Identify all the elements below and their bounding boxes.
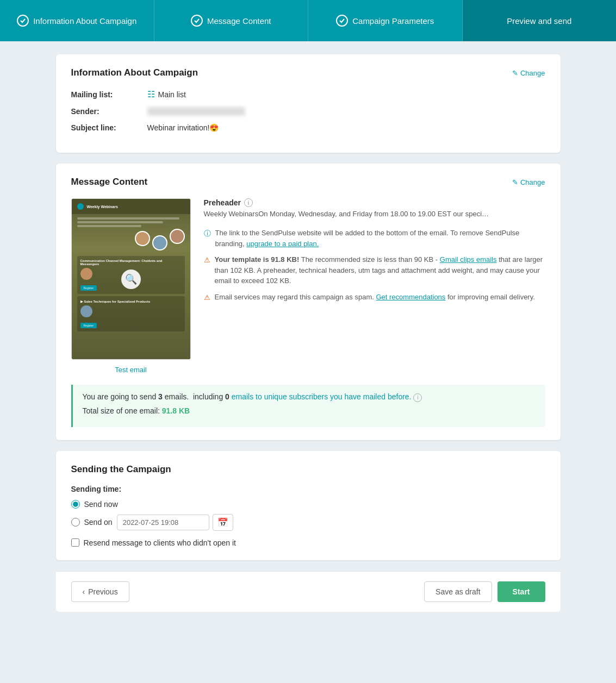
sending-title: Sending the Campaign <box>71 464 545 475</box>
warn-circle-icon-2: ⚠ <box>204 292 210 303</box>
fake-avatar-3 <box>170 229 185 244</box>
send-on-radio[interactable] <box>71 518 80 527</box>
alert-branding-text: The link to the SendPulse website will b… <box>215 228 545 249</box>
stats-size-value: 91.8 KB <box>162 406 190 415</box>
mailing-list-label: Mailing list: <box>71 90 147 99</box>
previous-button[interactable]: ‹ Previous <box>71 581 129 602</box>
pencil-icon-msg: ✎ <box>512 178 518 186</box>
send-now-row: Send now <box>71 500 545 509</box>
sender-blurred <box>147 107 245 116</box>
pencil-icon: ✎ <box>512 69 518 77</box>
fake-person-2 <box>80 305 182 317</box>
subject-value: Webinar invitation!😍 <box>147 123 219 132</box>
sending-campaign-card: Sending the Campaign Sending time: Send … <box>56 451 561 560</box>
list-icon: ☷ <box>147 89 155 99</box>
stats-info-icon[interactable]: i <box>413 393 422 402</box>
send-count: 3 <box>158 392 163 401</box>
nav-step-preview[interactable]: Preview and send <box>463 0 617 41</box>
include-count: 0 <box>225 392 229 401</box>
send-on-row: Send on 📅 <box>71 514 545 531</box>
footer-bar: ‹ Previous Save as draft Start <box>56 571 561 612</box>
alert-spam: ⚠ Email services may regard this campaig… <box>204 292 545 303</box>
message-content-body: Weekly Webinars Co <box>71 198 545 374</box>
resend-label[interactable]: Resend message to clients who didn't ope… <box>84 538 237 547</box>
preheader-info-icon[interactable]: i <box>244 198 253 207</box>
preheader-label-row: Preheader i <box>204 198 545 207</box>
send-now-radio[interactable] <box>71 500 80 509</box>
schedule-date-input[interactable] <box>117 515 209 530</box>
chevron-left-icon: ‹ <box>83 587 85 596</box>
test-email-link[interactable]: Test email <box>115 366 147 374</box>
fake-block-1 <box>72 214 190 232</box>
stats-size-line: Total size of one email: 91.8 KB <box>83 406 536 415</box>
message-details: Preheader i Weekly WebinarsOn Monday, We… <box>204 198 545 308</box>
main-content: Information About Campaign ✎ Change Mail… <box>47 54 569 612</box>
sender-value <box>147 107 245 116</box>
warn-circle-icon-1: ⚠ <box>204 255 210 286</box>
email-preview-container: Weekly Webinars Co <box>71 198 191 374</box>
nav-step-info-label: Information About Campaign <box>33 16 136 26</box>
sender-row: Sender: <box>71 107 545 116</box>
message-card-header: Message Content ✎ Change <box>71 177 545 187</box>
preheader-text: Weekly WebinarsOn Monday, Wednesday, and… <box>204 209 545 219</box>
message-content-card: Message Content ✎ Change Weekly Webinars <box>56 164 561 440</box>
alert-spam-text: Email services may regard this campaign … <box>215 292 535 303</box>
nav-step-info[interactable]: Information About Campaign <box>0 0 154 41</box>
info-about-campaign-card: Information About Campaign ✎ Change Mail… <box>56 54 561 153</box>
sending-time-label: Sending time: <box>71 485 545 493</box>
gmail-clips-link[interactable]: Gmail clips emails <box>440 255 497 264</box>
fake-email-title: Weekly Webinars <box>87 205 118 209</box>
calendar-button[interactable]: 📅 <box>213 514 233 531</box>
zoom-icon: 🔍 <box>121 270 141 289</box>
resend-checkbox[interactable] <box>71 538 79 547</box>
subject-label: Subject line: <box>71 123 147 132</box>
stats-box: You are going to send 3 emails. includin… <box>71 385 545 427</box>
fake-section-2: ▶ Sales Techniques for Specialized Produ… <box>77 296 185 331</box>
nav-step-message-label: Message Content <box>207 16 271 26</box>
message-change-link[interactable]: ✎ Change <box>512 178 545 186</box>
message-card-title: Message Content <box>71 177 148 187</box>
stats-send-count-line: You are going to send 3 emails. includin… <box>83 392 536 402</box>
fake-avatars <box>72 232 190 254</box>
test-email-container: Test email <box>71 365 191 374</box>
check-icon-info <box>17 15 29 27</box>
email-preview-thumb: Weekly Webinars Co <box>71 198 191 360</box>
start-button[interactable]: Start <box>497 581 545 602</box>
subscribers-link[interactable]: emails to unique subscribers you have ma… <box>232 392 412 401</box>
fake-email-header: Weekly Webinars <box>72 199 190 214</box>
sender-label: Sender: <box>71 107 147 116</box>
mailing-list-value: ☷ Main list <box>147 89 186 99</box>
info-circle-icon: ⓘ <box>204 228 211 249</box>
nav-step-message[interactable]: Message Content <box>154 0 309 41</box>
fake-avatar-2 <box>152 235 167 250</box>
info-card-header: Information About Campaign ✎ Change <box>71 67 545 78</box>
date-input-wrap: 📅 <box>117 514 233 531</box>
nav-step-preview-label: Preview and send <box>507 16 571 26</box>
nav-step-params[interactable]: Campaign Parameters <box>308 0 463 41</box>
fake-play-icon <box>77 203 84 210</box>
check-icon-message <box>191 15 203 27</box>
top-navigation: Information About Campaign Message Conte… <box>0 0 616 41</box>
footer-right-buttons: Save as draft Start <box>424 581 545 602</box>
get-recommendations-link[interactable]: Get recommendations <box>376 293 445 301</box>
send-on-label[interactable]: Send on <box>84 518 113 527</box>
nav-step-params-label: Campaign Parameters <box>352 16 434 26</box>
subject-row: Subject line: Webinar invitation!😍 <box>71 123 545 132</box>
alert-sendpulse-branding: ⓘ The link to the SendPulse website will… <box>204 228 545 249</box>
resend-checkbox-row: Resend message to clients who didn't ope… <box>71 538 545 547</box>
info-card-title: Information About Campaign <box>71 67 198 78</box>
email-preview-img: Weekly Webinars Co <box>72 199 190 359</box>
send-now-label[interactable]: Send now <box>84 500 118 509</box>
check-icon-params <box>336 15 348 27</box>
info-change-link[interactable]: ✎ Change <box>512 69 545 77</box>
save-draft-button[interactable]: Save as draft <box>424 581 492 602</box>
upgrade-link[interactable]: upgrade to a paid plan. <box>246 240 319 248</box>
fake-avatar-1 <box>135 231 150 246</box>
alert-template-size: ⚠ Your template is 91.8 KB! The recommen… <box>204 254 545 286</box>
mailing-list-row: Mailing list: ☷ Main list <box>71 89 545 99</box>
alert-size-text: Your template is 91.8 KB! The recommende… <box>215 254 545 286</box>
